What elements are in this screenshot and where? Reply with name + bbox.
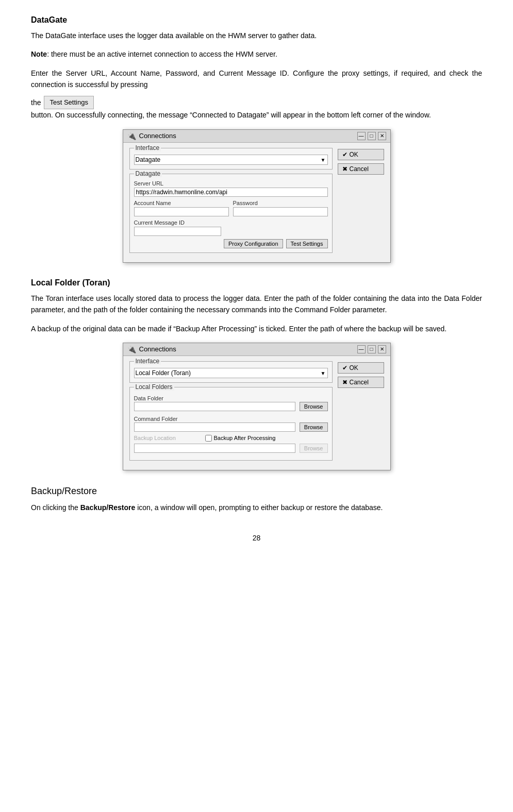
test-settings-button[interactable]: Test Settings bbox=[286, 239, 328, 248]
para2-start: Enter the Server URL, Account Name, Pass… bbox=[31, 69, 482, 89]
connections-icon: 🔌 bbox=[127, 132, 136, 140]
backup-restore-para-end: icon, a window will open, prompting to e… bbox=[135, 503, 383, 512]
datagate-dialog-main: Interface Datagate ▼ Datagate bbox=[129, 148, 333, 257]
current-message-field: Current Message ID bbox=[134, 219, 328, 236]
backup-after-checkbox[interactable] bbox=[205, 435, 212, 442]
ok-button[interactable]: ✔ OK bbox=[338, 149, 384, 160]
local-folder-para2: A backup of the original data can be mad… bbox=[31, 323, 482, 334]
datagate-fieldgroup: Datagate Server URL Account Name bbox=[129, 174, 333, 253]
cancel-icon: ✖ bbox=[342, 165, 347, 173]
backup-restore-title: Backup/Restore bbox=[31, 486, 482, 497]
local-folder-dialog-sidebar: ✔ OK ✖ Cancel bbox=[338, 361, 384, 465]
titlebar-controls: — □ ✕ bbox=[357, 132, 386, 140]
datagate-para2: Enter the Server URL, Account Name, Pass… bbox=[31, 67, 482, 91]
command-folder-browse-button[interactable]: Browse bbox=[300, 422, 328, 432]
interface-content: Datagate ▼ bbox=[134, 155, 328, 165]
backup-location-label: Backup Location bbox=[134, 435, 201, 441]
command-folder-row: Browse bbox=[134, 422, 328, 432]
lf-close-button[interactable]: ✕ bbox=[378, 345, 386, 353]
lf-cancel-icon: ✖ bbox=[342, 379, 347, 386]
datagate-dialog-wrapper: 🔌 Connections — □ ✕ Interface bbox=[31, 129, 482, 263]
server-url-field: Server URL bbox=[134, 180, 328, 197]
lf-interface-legend: Interface bbox=[134, 358, 161, 365]
data-folder-browse-button[interactable]: Browse bbox=[300, 402, 328, 411]
password-input[interactable] bbox=[233, 207, 328, 216]
backup-restore-section: Backup/Restore On clicking the Backup/Re… bbox=[31, 486, 482, 513]
lf-ok-icon: ✔ bbox=[342, 364, 347, 371]
cancel-button[interactable]: ✖ Cancel bbox=[338, 163, 384, 175]
local-folder-dialog-title: Connections bbox=[139, 345, 176, 353]
backup-browse-button[interactable]: Browse bbox=[300, 444, 328, 453]
local-folders-content: Data Folder Browse Command Folder bbox=[134, 394, 328, 453]
datagate-dialog-body: Interface Datagate ▼ Datagate bbox=[123, 143, 390, 262]
local-folder-dialog-main: Interface Local Folder (Toran) ▼ bbox=[129, 361, 333, 465]
backup-restore-bold: Backup/Restore bbox=[80, 503, 136, 512]
interface-select[interactable]: Datagate bbox=[134, 155, 328, 165]
lf-titlebar-controls: — □ ✕ bbox=[357, 345, 386, 353]
local-folders-legend: Local Folders bbox=[134, 383, 174, 391]
para2-button-line: the Test Settings button. On successfull… bbox=[31, 96, 482, 121]
test-settings-inline-button[interactable]: Test Settings bbox=[44, 96, 93, 110]
backup-after-label: Backup After Processing bbox=[214, 435, 276, 441]
lf-cancel-button[interactable]: ✖ Cancel bbox=[338, 377, 384, 388]
server-url-label: Server URL bbox=[134, 180, 328, 187]
datagate-legend: Datagate bbox=[134, 170, 162, 177]
datagate-title: DataGate bbox=[31, 15, 482, 25]
lf-connections-icon: 🔌 bbox=[127, 345, 136, 353]
command-folder-input[interactable] bbox=[134, 422, 295, 432]
ok-label: OK bbox=[350, 151, 358, 158]
maximize-button[interactable]: □ bbox=[368, 132, 376, 140]
para2-end: button. On successfully connecting, the … bbox=[31, 109, 431, 121]
interface-legend: Interface bbox=[134, 144, 161, 151]
command-folder-label: Command Folder bbox=[134, 416, 178, 422]
backup-location-input[interactable] bbox=[134, 444, 295, 453]
lf-interface-fieldgroup: Interface Local Folder (Toran) ▼ bbox=[129, 361, 333, 383]
current-message-input[interactable] bbox=[134, 227, 221, 236]
titlebar-left: 🔌 Connections bbox=[127, 132, 176, 140]
datagate-dialog-titlebar: 🔌 Connections — □ ✕ bbox=[123, 130, 390, 143]
interface-fieldgroup: Interface Datagate ▼ bbox=[129, 148, 333, 170]
backup-group: Backup Location Backup After Processing bbox=[134, 435, 328, 453]
server-url-input[interactable] bbox=[134, 188, 328, 197]
current-message-label: Current Message ID bbox=[134, 219, 328, 226]
account-name-input[interactable] bbox=[134, 207, 229, 216]
local-folder-para1: The Toran interface uses locally stored … bbox=[31, 293, 482, 316]
datagate-content: Server URL Account Name Password bbox=[134, 180, 328, 248]
the-label: the bbox=[31, 97, 41, 108]
proxy-config-button[interactable]: Proxy Configuration bbox=[224, 239, 283, 248]
local-folder-dialog-titlebar: 🔌 Connections — □ ✕ bbox=[123, 343, 390, 356]
account-name-field: Account Name bbox=[134, 200, 229, 216]
minimize-button[interactable]: — bbox=[357, 132, 366, 140]
local-folder-section: Local Folder (Toran) The Toran interface… bbox=[31, 278, 482, 470]
local-folder-title: Local Folder (Toran) bbox=[31, 278, 482, 287]
lf-minimize-button[interactable]: — bbox=[357, 345, 366, 353]
interface-select-wrapper: Datagate ▼ bbox=[134, 155, 328, 165]
datagate-dialog: 🔌 Connections — □ ✕ Interface bbox=[123, 129, 391, 263]
datagate-section: DataGate The DataGate interface uses the… bbox=[31, 15, 482, 263]
lf-ok-button[interactable]: ✔ OK bbox=[338, 362, 384, 374]
password-field: Password bbox=[233, 200, 328, 216]
local-folder-dialog: 🔌 Connections — □ ✕ Interface bbox=[123, 343, 391, 470]
lf-cancel-label: Cancel bbox=[350, 379, 369, 386]
lf-interface-select[interactable]: Local Folder (Toran) bbox=[134, 368, 328, 378]
backup-row: Backup Location Backup After Processing bbox=[134, 435, 328, 443]
account-name-label: Account Name bbox=[134, 200, 229, 206]
data-folder-row: Browse bbox=[134, 402, 328, 411]
backup-restore-para: On clicking the Backup/Restore icon, a w… bbox=[31, 502, 482, 513]
lf-maximize-button[interactable]: □ bbox=[368, 345, 376, 353]
data-folder-input[interactable] bbox=[134, 402, 295, 411]
note-bold-label: Note bbox=[31, 50, 47, 58]
datagate-para1: The DataGate interface uses the logger d… bbox=[31, 30, 482, 41]
data-folder-group: Data Folder Browse bbox=[134, 394, 328, 411]
data-folder-label: Data Folder bbox=[134, 395, 163, 401]
backup-after-checkbox-row: Backup After Processing bbox=[205, 435, 276, 442]
local-folders-fieldgroup: Local Folders Data Folder Browse bbox=[129, 387, 333, 461]
datagate-dialog-title: Connections bbox=[139, 132, 176, 140]
lf-interface-content: Local Folder (Toran) ▼ bbox=[134, 368, 328, 378]
lf-titlebar-left: 🔌 Connections bbox=[127, 345, 176, 353]
note-text: : there must be an active internet conne… bbox=[47, 50, 277, 58]
close-button[interactable]: ✕ bbox=[378, 132, 386, 140]
cancel-label: Cancel bbox=[350, 165, 369, 173]
lf-ok-label: OK bbox=[350, 364, 358, 371]
page-number: 28 bbox=[31, 534, 482, 542]
